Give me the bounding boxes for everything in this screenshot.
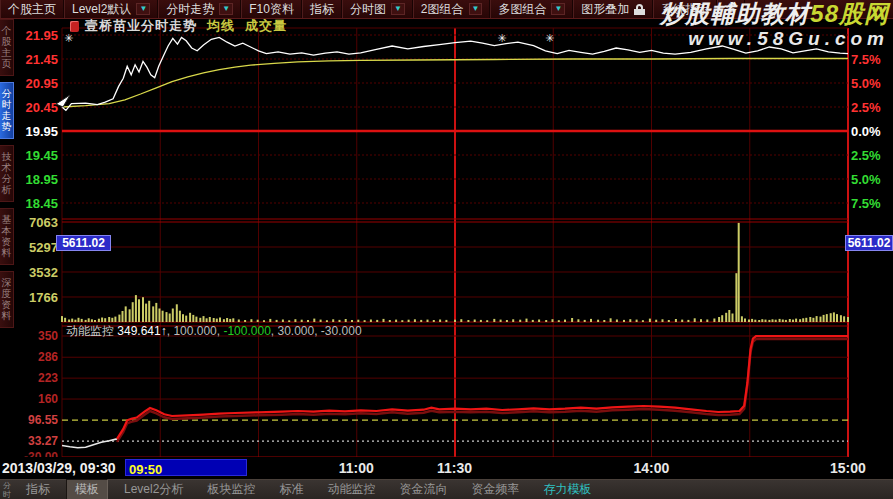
volume-bar — [159, 309, 161, 323]
volume-bar — [493, 319, 495, 322]
volume-bar — [809, 317, 811, 322]
menu-item-5[interactable]: 指标 — [302, 0, 342, 18]
menu-item-1[interactable]: 个股主页 — [0, 0, 64, 18]
volume-bar — [728, 310, 730, 322]
volume-bar — [94, 320, 96, 322]
volume-bar — [320, 320, 322, 322]
volume-bar — [526, 319, 528, 322]
sidebar-item-3[interactable]: 技术分析 — [0, 145, 14, 202]
chevron-down-icon[interactable]: ▼ — [219, 3, 233, 15]
chevron-down-icon[interactable]: ▼ — [551, 3, 565, 15]
volume-bar — [571, 318, 573, 322]
status-item-1[interactable]: 指标 — [18, 480, 58, 499]
volume-bar — [389, 320, 391, 322]
volume-bar — [216, 319, 218, 322]
volume-bar — [700, 319, 702, 322]
volume-bar — [357, 320, 359, 322]
volume-bar — [577, 319, 579, 322]
volume-bar — [687, 320, 689, 322]
timeshare-chart[interactable] — [0, 0, 893, 499]
sidebar-item-5[interactable]: 深度资料 — [0, 271, 14, 328]
volume-bar — [765, 320, 767, 322]
volume-bar — [244, 320, 246, 322]
volume-bar — [68, 320, 70, 323]
chevron-down-icon[interactable]: ▼ — [469, 3, 483, 15]
volume-bar — [744, 319, 746, 323]
volume-bar — [232, 318, 234, 322]
volume-bar — [61, 316, 63, 322]
status-item-9[interactable]: 存力模板 — [535, 480, 599, 499]
volume-bar — [169, 314, 171, 323]
sidebar-item-4[interactable]: 基本资料 — [0, 208, 14, 265]
volume-bar — [91, 319, 93, 322]
menu-item-7[interactable]: 2图组合▼ — [413, 0, 491, 18]
indicator-line — [117, 336, 848, 439]
volume-bar — [129, 309, 131, 322]
menu-item-9[interactable]: 图形叠加 — [573, 0, 653, 18]
menu-item-label: 个股主页 — [8, 1, 56, 18]
menu-item-label: 多图组合 — [498, 1, 546, 18]
volume-bar — [454, 320, 456, 322]
menu-bar: 个股主页Level2默认▼分时走势▼F10资料指标分时图▼2图组合▼多图组合▼图… — [0, 0, 893, 19]
chevron-down-icon[interactable]: ▼ — [136, 3, 150, 15]
menu-item-2[interactable]: Level2默认▼ — [64, 0, 158, 18]
indicator-tick: 286 — [14, 351, 58, 364]
status-item-6[interactable]: 动能监控 — [319, 480, 383, 499]
menu-item-10[interactable]: 系统指示 — [653, 0, 717, 18]
volume-bar — [138, 299, 140, 322]
volume-bar — [166, 312, 168, 322]
volume-bar — [395, 320, 397, 322]
volume-bar — [313, 319, 315, 322]
volume-current-badge-left: 5611.02 — [56, 235, 111, 251]
price-tick-left: 21.95 — [14, 29, 58, 42]
volume-bar — [408, 320, 410, 322]
volume-bar — [85, 320, 87, 322]
menu-item-8[interactable]: 多图组合▼ — [490, 0, 573, 18]
volume-bar — [545, 320, 547, 322]
price-tick-left: 21.45 — [14, 53, 58, 66]
volume-bar — [64, 318, 66, 322]
ma-line-label[interactable]: 均线 — [207, 17, 235, 35]
volume-bar — [775, 320, 777, 322]
price-tick-left: 18.95 — [14, 173, 58, 186]
menu-item-label: 图形叠加 — [581, 1, 629, 18]
volume-bar — [662, 319, 664, 322]
menu-item-label: 分时图 — [350, 1, 386, 18]
volume-bar — [741, 316, 743, 322]
sidebar-item-2[interactable]: 分时走势 — [0, 82, 14, 139]
volume-bar — [802, 318, 804, 322]
volume-bar — [474, 320, 476, 323]
price-tick-left: 20.95 — [14, 77, 58, 90]
status-item-2[interactable]: 模板 — [66, 479, 108, 499]
indicator-legend-segment: , 100.000, — [167, 324, 224, 338]
volume-bar — [816, 316, 818, 322]
volume-bar — [383, 319, 385, 322]
status-item-4[interactable]: 板块监控 — [199, 480, 263, 499]
volume-bar — [636, 320, 638, 322]
volume-bar — [114, 317, 116, 322]
volume-bar — [597, 320, 599, 322]
time-tick-label: 14:00 — [634, 460, 670, 476]
volume-label[interactable]: 成交量 — [245, 17, 287, 35]
status-item-8[interactable]: 资金频率 — [463, 480, 527, 499]
menu-item-6[interactable]: 分时图▼ — [342, 0, 413, 18]
status-item-7[interactable]: 资金流向 — [391, 480, 455, 499]
sparkle-icon: ✳ — [64, 32, 73, 45]
chevron-down-icon[interactable]: ▼ — [391, 3, 405, 15]
volume-bar — [732, 314, 734, 323]
menu-item-3[interactable]: 分时走势▼ — [158, 0, 241, 18]
menu-item-4[interactable]: F10资料 — [241, 0, 302, 18]
sidebar-item-1[interactable]: 个股主页 — [0, 19, 14, 76]
menu-item-11[interactable]: 备 — [717, 0, 745, 18]
volume-bar — [213, 318, 215, 322]
status-item-5[interactable]: 标准 — [271, 480, 311, 499]
volume-bar — [799, 319, 801, 322]
volume-bar — [754, 320, 756, 322]
status-item-3[interactable]: Level2分析 — [116, 480, 191, 499]
volume-bar — [182, 314, 184, 322]
indicator-legend-segment: , 30.000, -30.000 — [271, 324, 362, 338]
volume-bar — [364, 320, 366, 322]
status-corner-tab[interactable]: 分时 — [0, 480, 14, 499]
indicator-ref-yellow-label: 96.55 — [14, 414, 58, 427]
volume-bar — [590, 319, 592, 322]
